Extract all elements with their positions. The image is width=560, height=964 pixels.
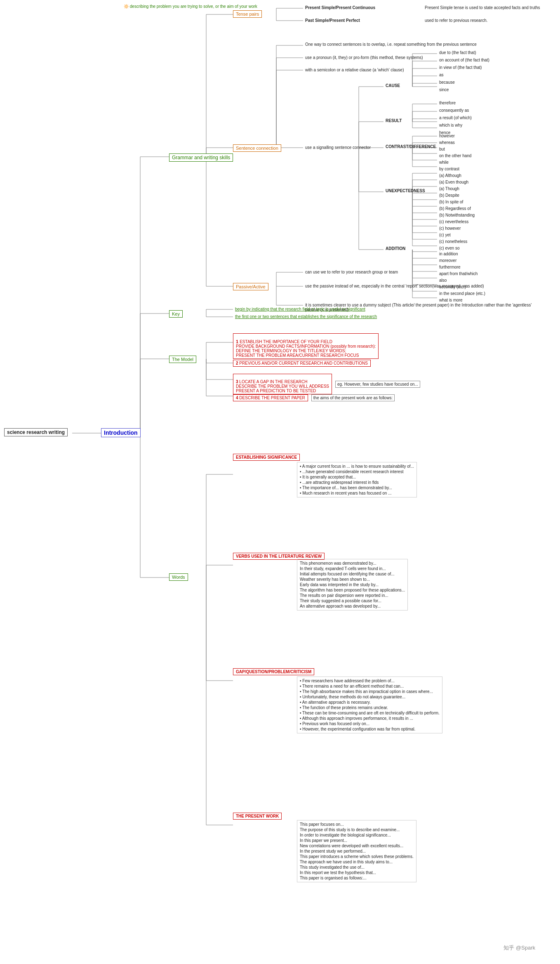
- unexp-10: (c) yet: [437, 232, 453, 238]
- tense-item-2-note: used to refer to previous research.: [423, 17, 489, 24]
- unexp-9: (c) however: [437, 225, 463, 231]
- key-1: begin by indicating that the research fi…: [233, 306, 367, 312]
- verbs-items: This phenomenon was demonstrated by... I…: [297, 559, 408, 610]
- key-node: Key: [169, 310, 183, 318]
- cause-1: due to (the fact that): [437, 49, 478, 56]
- present-work-label: THE PRESENT WORK: [233, 813, 282, 820]
- unexp-6: (b) Regardless of: [437, 205, 473, 212]
- result-2: consequently as: [437, 107, 471, 113]
- canvas: 🔆 describing the problem you are trying …: [0, 0, 560, 964]
- overlap-1: One way to connect sentences is to overl…: [303, 41, 479, 47]
- unexp-7: (b) Notwithstanding: [437, 212, 477, 218]
- model-node: The Model: [169, 356, 196, 363]
- grammar-node: Grammar and writing skills: [169, 153, 233, 162]
- tense-item-1: Present Simple/Present Continuous: [303, 5, 377, 11]
- watermark: 知乎 @Spark: [504, 944, 535, 952]
- unexp-11: (c) nonetheless: [437, 238, 469, 245]
- gap-label: GAP/QUESTION/PROBLEM/CRITICISM: [233, 668, 314, 675]
- cause-label: CAUSE: [384, 82, 402, 89]
- add-1: in addition: [437, 251, 460, 257]
- addition-label: ADDITION: [384, 245, 407, 252]
- sentence-connection-node: Sentence connection: [233, 144, 281, 152]
- unexp-2: (a) Even though: [437, 179, 471, 185]
- contrast-label: CONTRAST/DIFFERENCE: [384, 144, 438, 150]
- model-step2: 2 PREVIOUS AND/OR CURRENT RESEARCH AND C…: [233, 360, 371, 367]
- contrast-5: while: [437, 159, 451, 165]
- contrast-2: whereas: [437, 139, 457, 146]
- est-items: • A major current focus in ... is how to…: [297, 462, 417, 497]
- unexpectedness-label: UNEXPECTEDNESS: [384, 188, 427, 194]
- result-1: therefore: [437, 100, 458, 106]
- unexp-8: (c) nevertheless: [437, 219, 471, 225]
- result-3: a result (of which): [437, 115, 474, 121]
- introduction-node: Introduction: [101, 428, 141, 437]
- cause-4: as: [437, 72, 446, 78]
- unexp-4: (b) Despite: [437, 192, 461, 198]
- unexp-5: (b) In spite of: [437, 199, 465, 205]
- tense-item-2: Past Simple/Present Perfect: [303, 17, 362, 24]
- gap-items: • Few researchers have addressed the pro…: [297, 676, 442, 733]
- contrast-3: but: [437, 146, 447, 152]
- key-2: the first one or two sentences that esta…: [233, 313, 379, 320]
- unexp-1: (a) Although: [437, 172, 464, 179]
- passive-2: use the passive instead of we, especiall…: [303, 283, 486, 289]
- root-node: science research writing: [4, 428, 68, 436]
- unexp-12: (c) even so: [437, 245, 461, 251]
- cause-3: in view of (the fact that): [437, 64, 484, 71]
- unexp-3: (a) Though: [437, 186, 461, 192]
- establishing-label: ESTABLISHING SIGNIFICANCE: [233, 454, 300, 461]
- cause-6: since: [437, 87, 451, 93]
- cause-5: because: [437, 79, 457, 85]
- result-4: which is why: [437, 122, 464, 128]
- passive-1: can use we to refer to your research gro…: [303, 269, 400, 275]
- add-4: apart from that/which: [437, 271, 480, 277]
- add-7: in the second place (etc.): [437, 290, 487, 297]
- contrast-4: on the other hand: [437, 153, 473, 159]
- passive-active-node: Passive/Active: [233, 283, 268, 290]
- subtitle: 🔆 describing the problem you are trying …: [122, 3, 259, 9]
- contrast-6: by contrast: [437, 166, 461, 172]
- tense-pairs-node: Tense pairs: [233, 10, 262, 18]
- model-step1: 1 ESTABLISH THE IMPORTANCE OF YOUR FIELD…: [233, 333, 379, 359]
- present-work-items: This paper focuses on... The purpose of …: [297, 820, 416, 882]
- words-node: Words: [169, 573, 188, 581]
- overlap-3: with a semicolon or a relative clause (a…: [303, 67, 406, 73]
- add-3: furthermore: [437, 264, 463, 270]
- signalling-node: use a signalling sentence connector: [303, 144, 373, 151]
- add-5: also: [437, 277, 449, 283]
- tense-item-1-note: Present Simple tense is used to state ac…: [423, 5, 542, 11]
- contrast-1: however: [437, 133, 457, 139]
- overlap-2: use a pronoun (it, they) or pro-form (th…: [303, 54, 425, 61]
- cause-2: on account of (the fact that): [437, 57, 492, 63]
- add-2: moreover: [437, 257, 459, 264]
- model-step3: 3 LOCATE A GAP IN THE RESEARCH DESCRIBE …: [233, 374, 420, 394]
- result-label: RESULT: [384, 118, 404, 124]
- model-step4: 4 DESCRIBE THE PRESENT PAPER the aims of…: [233, 394, 395, 401]
